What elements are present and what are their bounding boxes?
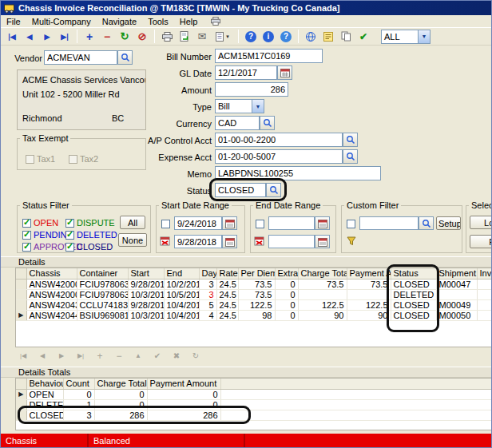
tax2-checkbox[interactable]: Tax2 bbox=[69, 154, 98, 164]
cell-charge-total[interactable]: 90 bbox=[298, 310, 347, 320]
cell-extra[interactable]: 0 bbox=[275, 299, 298, 310]
cell-container[interactable]: FCIU978063 bbox=[77, 279, 128, 289]
totals-row-closed[interactable]: CLOSED 3 286 286 bbox=[16, 410, 492, 420]
details-row-4[interactable]: ▶ ANSW420442 BSIU969081 10/3/2018 10/4/2… bbox=[16, 310, 492, 320]
cell-start[interactable]: 10/3/2018 bbox=[128, 289, 164, 299]
cell-end[interactable]: 10/5/2018 bbox=[164, 289, 199, 299]
col-container[interactable]: Container bbox=[77, 268, 128, 279]
col-inv[interactable]: Inv bbox=[477, 268, 492, 279]
cell-inv[interactable] bbox=[477, 310, 492, 320]
ap-control-lookup-button[interactable] bbox=[343, 133, 358, 147]
cell-behaviour[interactable]: DELETED bbox=[26, 399, 63, 410]
cell-container[interactable]: BSIU969081 bbox=[77, 310, 128, 320]
clear-start-date-icon[interactable] bbox=[160, 236, 171, 247]
status-lookup-button[interactable] bbox=[266, 183, 281, 197]
cell-count[interactable]: 1 bbox=[63, 399, 94, 410]
start-date-to-calendar-button[interactable] bbox=[222, 235, 237, 248]
col-per-diem[interactable]: Per Diem bbox=[238, 268, 275, 279]
start-date-from-input[interactable] bbox=[174, 216, 222, 230]
filter-deleted-checkbox[interactable]: ✓ DELETED bbox=[65, 230, 117, 240]
nav-last-button[interactable]: ▶| bbox=[73, 350, 89, 362]
start-date-to-input[interactable] bbox=[174, 235, 222, 248]
file-button[interactable]: Fil bbox=[470, 235, 492, 248]
details-row-2[interactable]: ANSW420004 FCIU978063 10/3/2018 10/5/201… bbox=[16, 289, 492, 299]
cell-count[interactable]: 3 bbox=[63, 410, 94, 420]
col-shipment-id[interactable]: Shipment ID bbox=[436, 268, 477, 279]
cell-charge-total[interactable] bbox=[298, 289, 347, 299]
cell-shipment-id[interactable]: M00050 bbox=[436, 310, 477, 320]
tax1-checkbox[interactable]: Tax1 bbox=[26, 154, 55, 164]
col-end[interactable]: End bbox=[164, 268, 199, 279]
totals-row-open[interactable]: ▶ OPEN 0 0 0 bbox=[16, 389, 492, 399]
filter-dispute-checkbox[interactable]: ✓ DISPUTE bbox=[65, 218, 115, 228]
cell-status[interactable]: CLOSED bbox=[391, 279, 436, 289]
currency-lookup-button[interactable] bbox=[260, 116, 275, 130]
cell-days[interactable]: 3 bbox=[199, 289, 216, 299]
cell-start[interactable]: 9/28/2018 bbox=[128, 279, 164, 289]
delete-record-button[interactable]: − bbox=[99, 29, 115, 44]
cell-charge-total[interactable]: 0 bbox=[94, 389, 147, 399]
currency-input[interactable] bbox=[215, 116, 260, 130]
nav-insert-button[interactable]: + bbox=[92, 350, 108, 362]
cell-behaviour[interactable]: OPEN bbox=[26, 389, 63, 399]
cell-extra[interactable]: 0 bbox=[275, 310, 298, 320]
nav-prior-button[interactable]: ◀ bbox=[34, 350, 50, 362]
cell-container[interactable]: FCIU978063 bbox=[77, 289, 128, 299]
cell-container[interactable]: CCLU7418306 bbox=[77, 299, 128, 310]
filter-funnel-icon[interactable] bbox=[347, 236, 356, 246]
email-button[interactable]: ✉ bbox=[194, 29, 210, 44]
col-rate[interactable]: Rate bbox=[216, 268, 238, 279]
cell-payment-amount[interactable]: 0 bbox=[147, 399, 220, 410]
totals-row-deleted[interactable]: DELETED 1 0 0 bbox=[16, 399, 492, 410]
titlebar[interactable]: Chassis Invoice Reconciliation @ TM183C … bbox=[1, 1, 491, 15]
end-date-checkbox[interactable] bbox=[256, 219, 264, 228]
menu-tools[interactable]: Tools bbox=[142, 16, 174, 27]
export-button[interactable] bbox=[177, 29, 192, 44]
cell-status[interactable]: CLOSED bbox=[391, 299, 436, 310]
location-button[interactable]: Loca bbox=[470, 216, 492, 229]
cell-end[interactable]: 10/4/2018 bbox=[164, 299, 199, 310]
ap-control-input[interactable] bbox=[215, 133, 343, 147]
details-row-3[interactable]: ANSW420439 CCLU7418306 9/28/2018 10/4/20… bbox=[16, 299, 492, 310]
setup-button[interactable]: Setup bbox=[436, 216, 461, 230]
col-charge-total[interactable]: Charge Total bbox=[298, 268, 347, 279]
cell-per-diem[interactable]: 122.5 bbox=[238, 299, 275, 310]
amount-input[interactable] bbox=[215, 82, 288, 97]
custom-filter-input[interactable] bbox=[359, 216, 419, 230]
cell-per-diem[interactable]: 73.5 bbox=[238, 289, 275, 299]
nav-next-button[interactable]: ▶ bbox=[54, 350, 69, 362]
support-button[interactable]: ? bbox=[278, 29, 294, 44]
cell-inv[interactable] bbox=[477, 289, 492, 299]
approve-button[interactable]: ✔ bbox=[355, 29, 371, 44]
nav-refresh-button[interactable]: ↻ bbox=[188, 350, 204, 362]
clear-end-date-icon[interactable] bbox=[254, 236, 265, 247]
cell-behaviour[interactable]: CLOSED bbox=[26, 410, 63, 420]
cell-end[interactable]: 10/2/2018 bbox=[164, 279, 199, 289]
print-button[interactable] bbox=[159, 29, 175, 44]
cell-charge-total[interactable]: 73.5 bbox=[298, 279, 347, 289]
col-charge-total[interactable]: Charge Total bbox=[94, 379, 147, 389]
cell-rate[interactable]: 24.5 bbox=[216, 310, 238, 320]
cell-payment-amt[interactable]: 73.5 bbox=[347, 279, 391, 289]
cell-per-diem[interactable]: 98 bbox=[238, 310, 275, 320]
nav-edit-button[interactable]: ▲ bbox=[130, 350, 146, 362]
filter-open-checkbox[interactable]: ✓ OPEN bbox=[22, 218, 58, 228]
cell-per-diem[interactable]: 73.5 bbox=[238, 279, 275, 289]
first-record-button[interactable]: |◀ bbox=[4, 29, 20, 44]
all-button[interactable]: All bbox=[120, 216, 145, 229]
cell-chassis[interactable]: ANSW420439 bbox=[26, 299, 77, 310]
cell-chassis[interactable]: ANSW420004 bbox=[26, 289, 77, 299]
menu-navigate[interactable]: Navigate bbox=[97, 16, 142, 27]
filter-closed-checkbox[interactable]: ✓ CLOSED bbox=[65, 242, 113, 252]
gl-date-calendar-button[interactable] bbox=[277, 65, 292, 80]
gl-date-input[interactable] bbox=[215, 65, 277, 80]
cell-shipment-id[interactable] bbox=[436, 289, 477, 299]
cell-status[interactable]: CLOSED bbox=[391, 310, 436, 320]
menubar-print-icon[interactable] bbox=[211, 17, 220, 26]
copy-button[interactable] bbox=[338, 29, 354, 44]
cell-end[interactable]: 10/4/2018 bbox=[164, 310, 199, 320]
col-start[interactable]: Start bbox=[128, 268, 164, 279]
status-input[interactable] bbox=[215, 183, 266, 197]
col-payment-amount[interactable]: Payment Amount bbox=[147, 379, 220, 389]
col-behaviour[interactable]: Behaviour bbox=[26, 379, 63, 389]
